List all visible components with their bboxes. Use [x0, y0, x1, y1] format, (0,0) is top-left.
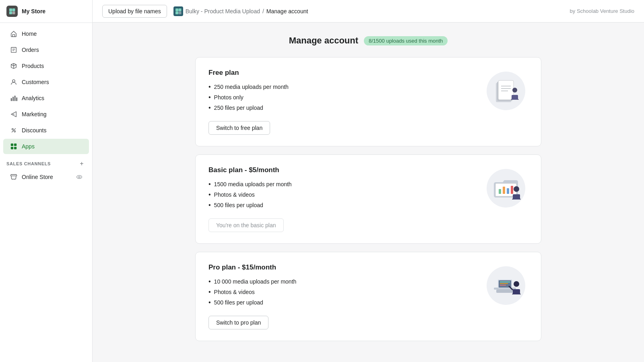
- svg-rect-5: [11, 98, 12, 101]
- svg-rect-49: [513, 289, 520, 294]
- basic-feature-2: Photos & videos: [208, 191, 474, 198]
- sidebar-item-discounts[interactable]: Discounts: [3, 123, 89, 138]
- svg-rect-1: [12, 8, 15, 11]
- svg-rect-20: [178, 8, 181, 11]
- current-basic-plan-button: You're on the basic plan: [208, 218, 284, 232]
- svg-rect-2: [9, 12, 12, 14]
- sidebar-item-marketing[interactable]: Marketing: [3, 107, 89, 122]
- sidebar-item-label-analytics: Analytics: [22, 95, 44, 101]
- svg-rect-14: [14, 147, 17, 149]
- sidebar: My Store Home Orders: [0, 0, 93, 362]
- online-store-icon: [10, 173, 18, 181]
- sidebar-item-orders[interactable]: Orders: [3, 42, 89, 58]
- free-plan-card: Free plan 250 media uploads per month Ph…: [195, 57, 541, 146]
- pro-plan-illustration: [484, 263, 528, 308]
- svg-rect-26: [498, 80, 514, 100]
- topbar: Upload by file names Bulky - Product Med…: [93, 0, 644, 23]
- basic-plan-illustration: [484, 166, 528, 210]
- apps-icon: [10, 142, 18, 150]
- basic-feature-1: 1500 media uploads per month: [208, 181, 474, 188]
- sidebar-item-analytics[interactable]: Analytics: [3, 90, 89, 106]
- orders-icon: [10, 46, 18, 54]
- content-area: Manage account 8/1500 uploads used this …: [93, 23, 644, 362]
- marketing-icon: [10, 110, 18, 118]
- sidebar-item-products[interactable]: Products: [3, 58, 89, 74]
- pro-feature-3: 500 files per upload: [208, 299, 474, 306]
- svg-point-4: [12, 80, 15, 82]
- analytics-icon: [10, 94, 18, 102]
- svg-rect-22: [178, 11, 181, 14]
- customers-icon: [10, 78, 18, 86]
- breadcrumb-app-name: Bulky - Product Media Upload: [186, 8, 260, 14]
- sidebar-logo: My Store: [0, 0, 92, 23]
- svg-rect-11: [11, 144, 13, 146]
- svg-point-17: [77, 175, 82, 179]
- svg-rect-34: [499, 189, 501, 194]
- pro-plan-card: Pro plan - $15/month 10 000 media upload…: [195, 252, 541, 341]
- svg-point-18: [78, 176, 80, 178]
- svg-point-48: [514, 281, 519, 287]
- free-feature-1: 250 media uploads per month: [208, 83, 474, 90]
- sidebar-item-apps[interactable]: Apps: [3, 139, 89, 154]
- svg-rect-47: [496, 290, 514, 293]
- discounts-icon: [10, 126, 18, 134]
- svg-rect-19: [175, 8, 178, 11]
- basic-plan-title: Basic plan - $5/month: [208, 166, 474, 174]
- usage-badge: 8/1500 uploads used this month: [364, 36, 448, 45]
- svg-rect-31: [512, 95, 518, 100]
- main-area: Upload by file names Bulky - Product Med…: [93, 0, 644, 362]
- basic-feature-3: 500 files per upload: [208, 202, 474, 209]
- home-icon: [10, 30, 18, 38]
- page-header: Manage account 8/1500 uploads used this …: [102, 35, 634, 46]
- basic-plan-card: Basic plan - $5/month 1500 media uploads…: [195, 154, 541, 244]
- breadcrumb-separator: /: [262, 8, 264, 14]
- svg-rect-36: [507, 188, 509, 194]
- sidebar-item-label-discounts: Discounts: [22, 127, 46, 134]
- svg-point-30: [512, 88, 517, 93]
- free-feature-3: 250 files per upload: [208, 104, 474, 111]
- store-name: My Store: [22, 8, 45, 14]
- app-icon: [173, 6, 183, 16]
- free-plan-illustration: [484, 69, 528, 113]
- svg-point-15: [12, 179, 13, 180]
- sidebar-item-home[interactable]: Home: [3, 26, 89, 41]
- upload-by-file-names-button[interactable]: Upload by file names: [102, 5, 167, 18]
- sidebar-item-online-store[interactable]: Online Store: [3, 169, 89, 185]
- page-title: Manage account: [289, 35, 358, 46]
- sidebar-item-label-home: Home: [22, 31, 37, 37]
- svg-rect-7: [14, 96, 16, 101]
- visibility-icon[interactable]: [76, 174, 83, 180]
- switch-to-free-plan-button[interactable]: Switch to free plan: [208, 121, 270, 135]
- svg-point-10: [14, 131, 16, 132]
- svg-rect-8: [16, 97, 17, 101]
- svg-point-38: [514, 186, 519, 192]
- pro-plan-features: 10 000 media uploads per month Photos & …: [208, 278, 474, 306]
- free-feature-2: Photos only: [208, 94, 474, 101]
- sidebar-item-label-customers: Customers: [22, 79, 49, 85]
- plans-container: Free plan 250 media uploads per month Ph…: [195, 57, 541, 341]
- svg-rect-0: [9, 8, 12, 11]
- pro-feature-2: Photos & videos: [208, 288, 474, 296]
- free-plan-features: 250 media uploads per month Photos only …: [208, 83, 474, 111]
- pro-plan-title: Pro plan - $15/month: [208, 263, 474, 272]
- sidebar-item-label-orders: Orders: [22, 47, 39, 53]
- svg-rect-37: [511, 186, 513, 194]
- sidebar-item-customers[interactable]: Customers: [3, 74, 89, 90]
- breadcrumb: Bulky - Product Media Upload / Manage ac…: [173, 6, 308, 16]
- svg-rect-12: [14, 144, 17, 146]
- sales-channels-label: SALES CHANNELS +: [0, 155, 92, 169]
- by-label: by Schoolab Venture Studio: [570, 8, 634, 14]
- switch-to-pro-plan-button[interactable]: Switch to pro plan: [208, 316, 268, 329]
- svg-point-16: [14, 179, 15, 180]
- svg-rect-35: [503, 187, 505, 194]
- svg-point-9: [12, 129, 14, 130]
- svg-rect-21: [175, 11, 178, 14]
- free-plan-title: Free plan: [208, 69, 474, 77]
- pro-feature-1: 10 000 media uploads per month: [208, 278, 474, 285]
- sidebar-item-label-marketing: Marketing: [22, 111, 46, 117]
- sidebar-logo-icon: [6, 6, 18, 17]
- online-store-label: Online Store: [22, 174, 53, 180]
- add-sales-channel-button[interactable]: +: [78, 160, 86, 168]
- svg-rect-3: [12, 12, 15, 14]
- sidebar-item-label-apps: Apps: [22, 143, 35, 150]
